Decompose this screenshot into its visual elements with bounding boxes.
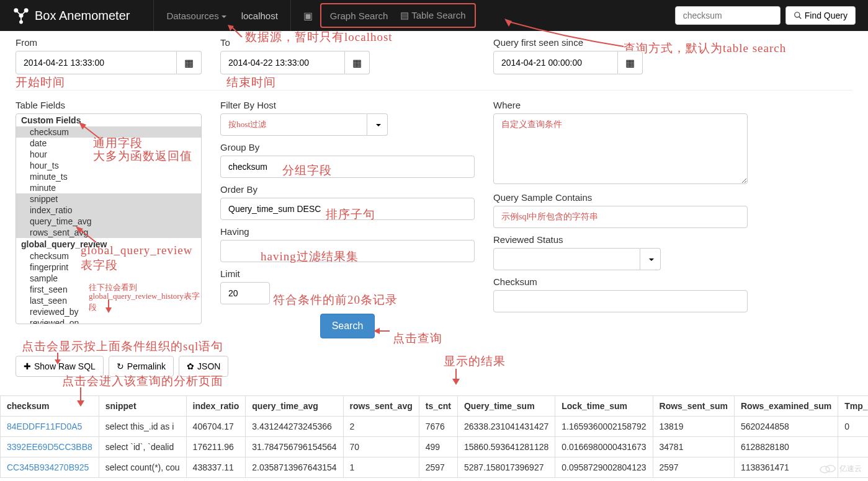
col-header[interactable]: rows_sent_avg <box>343 396 419 417</box>
list-item[interactable]: minute <box>16 182 201 193</box>
divider <box>16 90 852 90</box>
col-header[interactable]: Lock_time_sum <box>555 396 653 417</box>
col-header[interactable]: checksum <box>1 396 99 417</box>
list-group-gqr: global_query_review <box>16 238 201 250</box>
permalink-button[interactable]: ↻Permalink <box>109 356 174 377</box>
reviewed-status-caret[interactable] <box>640 248 661 270</box>
table-cell: 5287.158017396927 <box>457 457 555 478</box>
refresh-icon: ↻ <box>117 361 124 371</box>
image-icon[interactable]: ▣ <box>296 10 320 22</box>
svg-marker-12 <box>452 379 460 385</box>
table-cell: 13819 <box>653 417 734 437</box>
col-header[interactable]: Rows_sent_sum <box>653 396 734 417</box>
brand-logo[interactable]: Box Anemometer <box>12 7 130 24</box>
list-item[interactable]: query_time_avg <box>16 216 201 227</box>
having-label: Having <box>220 226 475 237</box>
checksum-input[interactable] <box>493 290 748 312</box>
table-cell: 7676 <box>419 417 457 437</box>
table-fields-listbox[interactable]: Custom Fields checksum date hour hour_ts… <box>16 113 202 324</box>
list-item[interactable]: rows_sent_avg <box>16 227 201 238</box>
list-item[interactable]: reviewed_on <box>16 317 201 324</box>
col-header[interactable]: Rows_examined_sum <box>735 396 838 417</box>
where-textarea[interactable]: 自定义查询条件 <box>493 113 748 184</box>
from-calendar-button[interactable]: ▦ <box>177 51 202 74</box>
table-cell: 2597 <box>653 457 734 478</box>
list-item[interactable]: snippet <box>16 193 201 205</box>
table-cell: 34781 <box>653 437 734 457</box>
group-by-input[interactable] <box>220 156 475 178</box>
gear-icon: ✿ <box>187 361 194 371</box>
order-by-input[interactable] <box>220 198 475 220</box>
filter-by-host-select[interactable]: 按host过滤 <box>220 113 367 136</box>
svg-point-15 <box>826 466 835 472</box>
checksum-search-input[interactable] <box>675 6 781 25</box>
list-item[interactable]: reviewed_by <box>16 306 201 317</box>
table-cell[interactable]: CC345B934270B925 <box>1 457 99 478</box>
table-cell[interactable]: 3392EE69D5CC3BB8 <box>1 437 99 457</box>
table-row: 84EDDFF11FD0A5select this_.id as i406704… <box>1 417 869 437</box>
filter-by-host-caret[interactable] <box>367 113 388 136</box>
table-cell: 0.0958729002804123 <box>555 457 653 478</box>
list-item[interactable]: first_seen <box>16 284 201 295</box>
having-input[interactable] <box>220 240 475 262</box>
qfs-input[interactable] <box>493 51 618 74</box>
list-group-custom: Custom Fields <box>16 114 201 126</box>
reviewed-status-select[interactable] <box>493 248 640 270</box>
find-query-button[interactable]: Find Query <box>785 6 856 25</box>
list-item[interactable]: hour_ts <box>16 160 201 171</box>
nav-localhost[interactable]: localhost <box>234 1 285 30</box>
limit-input[interactable] <box>220 282 270 304</box>
col-header[interactable]: Tmp_ta <box>838 396 868 417</box>
brand-text: Box Anemometer <box>35 9 130 23</box>
checksum-label: Checksum <box>493 276 748 287</box>
table-cell: 3.431244273245366 <box>246 417 343 437</box>
from-input[interactable] <box>16 51 177 74</box>
col-header[interactable]: index_ratio <box>186 396 246 417</box>
chevron-down-icon <box>649 258 654 261</box>
calendar-icon: ▦ <box>184 57 194 69</box>
list-item[interactable]: checksum <box>16 126 201 138</box>
show-raw-sql-button[interactable]: ✚Show Raw SQL <box>16 356 104 377</box>
plus-icon: ✚ <box>24 361 31 371</box>
list-item[interactable]: fingerprint <box>16 262 201 273</box>
separator <box>290 0 291 31</box>
list-item[interactable]: checksum <box>16 250 201 262</box>
list-item[interactable]: minute_ts <box>16 171 201 182</box>
json-button[interactable]: ✿JSON <box>179 356 228 377</box>
nav-table-search[interactable]: ▤ Table Search <box>394 5 472 26</box>
search-button[interactable]: Search <box>320 314 375 338</box>
table-cell: 438337.11 <box>186 457 246 478</box>
nav-graph-search[interactable]: Graph Search <box>324 6 394 26</box>
chevron-down-icon <box>376 124 381 126</box>
table-cell: 2 <box>343 417 419 437</box>
list-item[interactable]: index_ratio <box>16 205 201 216</box>
table-cell[interactable]: 84EDDFF11FD0A5 <box>1 417 99 437</box>
qsc-input[interactable] <box>493 206 748 228</box>
col-header[interactable]: query_time_avg <box>246 396 343 417</box>
col-header[interactable]: ts_cnt <box>419 396 457 417</box>
table-cell: 15860.593641281128 <box>457 437 555 457</box>
col-header[interactable]: Query_time_sum <box>457 396 555 417</box>
list-item[interactable]: date <box>16 138 201 149</box>
table-cell: 0.0166980000431673 <box>555 437 653 457</box>
to-input[interactable] <box>220 51 345 74</box>
nav-search-group: Find Query <box>675 6 856 25</box>
anemometer-icon <box>12 7 30 24</box>
watermark: 亿速云 <box>818 462 862 475</box>
table-cell: 26338.231041431427 <box>457 417 555 437</box>
order-by-label: Order By <box>220 184 475 195</box>
qfs-calendar-button[interactable]: ▦ <box>618 51 643 74</box>
list-item[interactable]: sample <box>16 273 201 284</box>
col-header[interactable]: snippet <box>99 396 186 417</box>
table-cell: 31.784756796154564 <box>246 437 343 457</box>
nav-datasources[interactable]: Datasources <box>159 1 233 30</box>
table-cell <box>838 437 868 457</box>
list-item[interactable]: hour <box>16 149 201 160</box>
to-calendar-button[interactable]: ▦ <box>345 51 370 74</box>
where-label: Where <box>493 100 748 110</box>
to-label: To <box>220 37 475 48</box>
ann-end-time: 结束时间 <box>226 74 276 90</box>
from-label: From <box>16 37 202 48</box>
list-item[interactable]: last_seen <box>16 295 201 306</box>
navbar: Box Anemometer Datasources localhost ▣ G… <box>0 0 868 31</box>
